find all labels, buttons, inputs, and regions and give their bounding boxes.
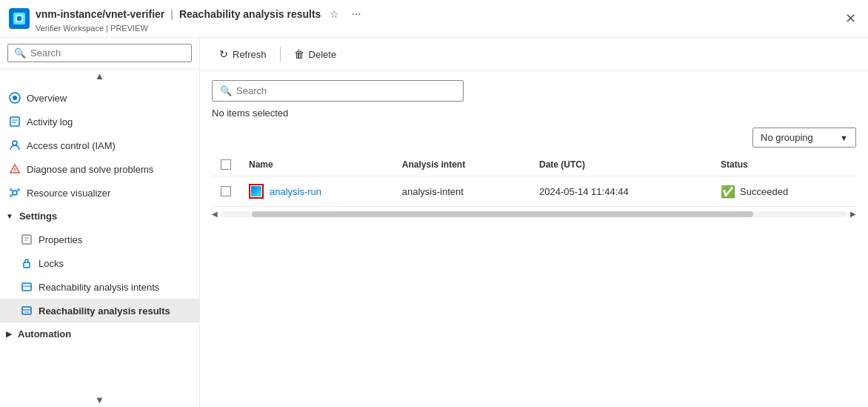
sidebar-item-overview[interactable]: Overview xyxy=(0,86,199,110)
svg-rect-18 xyxy=(22,235,31,244)
scroll-right-arrow[interactable]: ▶ xyxy=(850,210,856,218)
locks-icon xyxy=(21,257,33,269)
grouping-chevron-icon: ▼ xyxy=(840,133,848,142)
automation-chevron-icon: ▶ xyxy=(6,330,12,338)
intents-icon xyxy=(21,281,33,293)
sidebar-search-box[interactable]: 🔍 xyxy=(7,44,192,62)
app-icon xyxy=(9,8,30,29)
table-header: Name Analysis intent Date (UTC) Status xyxy=(212,153,856,176)
svg-rect-5 xyxy=(10,117,19,126)
svg-line-16 xyxy=(16,192,18,193)
svg-rect-21 xyxy=(24,262,30,268)
sidebar-item-reachability-results-label: Reachability analysis results xyxy=(39,305,170,317)
status-cell-content: ✅ Succeeded xyxy=(721,185,847,199)
sidebar-item-diagnose-label: Diagnose and solve problems xyxy=(27,164,153,175)
sidebar-section-automation-label: Automation xyxy=(18,328,71,340)
sidebar-item-locks[interactable]: Locks xyxy=(0,251,199,275)
row-status-cell: ✅ Succeeded xyxy=(712,176,856,207)
row-checkbox-cell xyxy=(212,176,240,207)
scroll-track[interactable] xyxy=(221,211,847,217)
grouping-label: No grouping xyxy=(761,132,813,143)
content-body: 🔍 No items selected No grouping ▼ xyxy=(200,71,868,407)
horizontal-scrollbar[interactable]: ◀ ▶ xyxy=(212,207,856,221)
col-header-status: Status xyxy=(712,153,856,176)
name-cell-content: analysis-run xyxy=(249,184,384,199)
status-success-icon: ✅ xyxy=(721,185,735,199)
scroll-up-indicator[interactable]: ▲ xyxy=(0,69,199,83)
toolbar: ↻ Refresh 🗑 Delete xyxy=(200,38,868,71)
refresh-icon: ↻ xyxy=(219,48,228,60)
sidebar-item-diagnose[interactable]: Diagnose and solve problems xyxy=(0,157,199,181)
favorite-button[interactable]: ☆ xyxy=(327,5,342,23)
no-items-text: No items selected xyxy=(212,107,856,119)
refresh-label: Refresh xyxy=(233,49,267,60)
results-table: Name Analysis intent Date (UTC) Status xyxy=(212,153,856,207)
table-body: analysis-run analysis-intent 2024-05-14 … xyxy=(212,176,856,207)
delete-button[interactable]: 🗑 Delete xyxy=(287,44,344,64)
sidebar-item-resource-visualizer[interactable]: Resource visualizer xyxy=(0,181,199,205)
col-header-name: Name xyxy=(240,153,393,176)
settings-chevron-icon: ▼ xyxy=(6,212,13,220)
activity-icon xyxy=(9,116,21,128)
delete-label: Delete xyxy=(309,49,337,60)
more-options-button[interactable]: ··· xyxy=(348,4,364,24)
sidebar-search-container: 🔍 xyxy=(0,38,199,69)
search-icon: 🔍 xyxy=(14,47,26,59)
svg-rect-2 xyxy=(17,16,21,21)
sidebar-item-reachability-results[interactable]: Reachability analysis results xyxy=(0,299,199,322)
content-search-icon: 🔍 xyxy=(220,85,232,96)
delete-icon: 🗑 xyxy=(294,48,304,60)
overview-icon xyxy=(9,92,21,104)
table-row: analysis-run analysis-intent 2024-05-14 … xyxy=(212,176,856,207)
results-icon xyxy=(21,305,33,317)
row-checkbox[interactable] xyxy=(221,186,231,196)
col-header-date-utc: Date (UTC) xyxy=(530,153,712,176)
sidebar-item-reachability-intents[interactable]: Reachability analysis intents xyxy=(0,275,199,299)
sidebar-item-locks-label: Locks xyxy=(39,258,64,269)
sidebar-search-input[interactable] xyxy=(30,47,185,59)
select-all-checkbox[interactable] xyxy=(221,159,231,170)
sidebar-item-access-control[interactable]: Access control (IAM) xyxy=(0,133,199,157)
title-text-container: vnm-instance/vnet-verifier | Reachabilit… xyxy=(36,4,836,33)
sidebar-item-reachability-intents-label: Reachability analysis intents xyxy=(39,282,159,293)
page-title: Reachability analysis results xyxy=(179,8,321,20)
svg-point-8 xyxy=(13,141,17,145)
col-header-analysis-intent: Analysis intent xyxy=(393,153,530,176)
svg-rect-24 xyxy=(22,307,31,314)
title-subtitle: Verifier Workspace | PREVIEW xyxy=(36,24,836,33)
sidebar-nav: Overview Activity log Access control (IA… xyxy=(0,83,199,393)
row-date-cell: 2024-05-14 11:44:44 xyxy=(530,176,712,207)
sidebar: 🔍 ▲ Overview Activity log xyxy=(0,38,200,407)
row-name-icon-inner xyxy=(251,186,261,196)
row-name-link[interactable]: analysis-run xyxy=(270,186,321,197)
title-bar: vnm-instance/vnet-verifier | Reachabilit… xyxy=(0,0,868,38)
properties-icon xyxy=(21,234,33,245)
refresh-button[interactable]: ↻ Refresh xyxy=(212,44,274,64)
content-search-box[interactable]: 🔍 xyxy=(212,80,464,102)
diagnose-icon xyxy=(9,163,21,175)
sidebar-item-activity-log-label: Activity log xyxy=(27,116,73,128)
row-name-icon xyxy=(249,184,264,199)
title-bar-actions: ✕ xyxy=(842,7,859,30)
svg-rect-22 xyxy=(22,283,31,291)
main-layout: 🔍 ▲ Overview Activity log xyxy=(0,38,868,407)
scroll-left-arrow[interactable]: ◀ xyxy=(212,210,218,218)
sidebar-section-settings-label: Settings xyxy=(19,211,57,222)
content-area: ↻ Refresh 🗑 Delete 🔍 No items selected N… xyxy=(200,38,868,407)
content-search-input[interactable] xyxy=(236,85,455,96)
resource-path: vnm-instance/vnet-verifier xyxy=(36,8,164,20)
svg-point-13 xyxy=(18,189,20,191)
scroll-thumb[interactable] xyxy=(252,211,753,217)
scroll-down-indicator[interactable]: ▼ xyxy=(0,393,199,407)
sidebar-section-settings[interactable]: ▼ Settings xyxy=(0,205,199,228)
title-separator: | xyxy=(170,8,173,20)
svg-line-15 xyxy=(13,192,14,193)
status-label: Succeeded xyxy=(740,186,788,197)
sidebar-section-automation[interactable]: ▶ Automation xyxy=(0,322,199,345)
grouping-dropdown[interactable]: No grouping ▼ xyxy=(752,128,856,148)
sidebar-item-properties[interactable]: Properties xyxy=(0,228,199,251)
close-button[interactable]: ✕ xyxy=(842,7,859,30)
sidebar-item-activity-log[interactable]: Activity log xyxy=(0,110,199,133)
row-name-cell: analysis-run xyxy=(240,176,393,207)
svg-point-14 xyxy=(10,195,13,197)
